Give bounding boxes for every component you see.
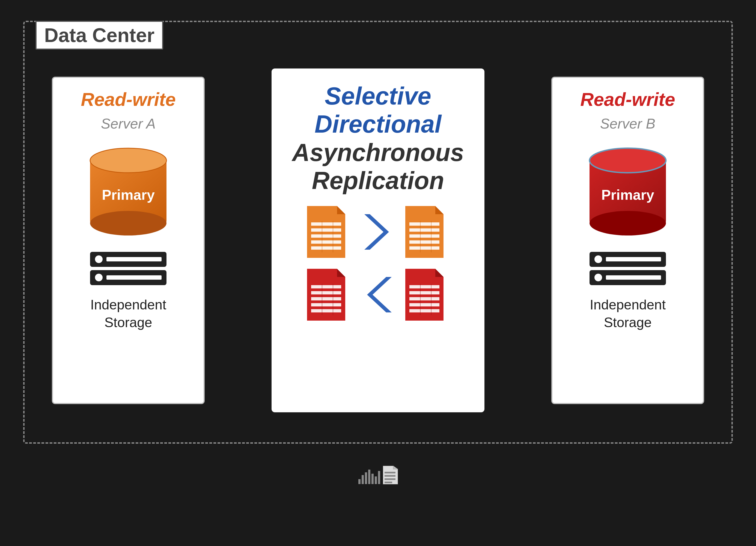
svg-rect-29 <box>311 309 341 312</box>
svg-rect-18 <box>409 234 439 238</box>
svg-rect-8 <box>311 234 341 238</box>
svg-rect-49 <box>368 470 370 484</box>
svg-point-2 <box>90 211 166 235</box>
svg-rect-19 <box>409 240 439 244</box>
svg-rect-52 <box>378 471 380 484</box>
right-readwrite-label: Read-write <box>580 89 675 110</box>
right-chevron-svg <box>362 211 394 252</box>
svg-rect-55 <box>385 472 395 473</box>
content-row: Read-write Server A Primary <box>25 22 731 442</box>
svg-marker-32 <box>367 277 392 312</box>
docs-area <box>282 206 474 321</box>
right-storage-dot-1 <box>594 255 602 263</box>
right-storage-label: IndependentStorage <box>590 296 666 332</box>
right-storage-bar-2 <box>606 275 661 280</box>
right-db-svg: Primary <box>584 145 671 238</box>
svg-text:Primary: Primary <box>102 187 155 202</box>
svg-text:Primary: Primary <box>601 187 654 202</box>
svg-rect-17 <box>409 228 439 232</box>
left-storage-label: IndependentStorage <box>90 296 166 332</box>
svg-rect-38 <box>409 303 439 306</box>
red-doc-left <box>307 269 351 321</box>
svg-rect-27 <box>311 297 341 300</box>
data-center-label: Data Center <box>35 21 163 50</box>
left-server-name: Server A <box>101 115 156 132</box>
left-server-panel: Read-write Server A Primary <box>52 77 205 404</box>
svg-point-43 <box>590 148 666 173</box>
data-center-box: Data Center Read-write Server A <box>23 21 733 444</box>
svg-rect-46 <box>358 479 361 484</box>
svg-rect-28 <box>311 303 341 306</box>
left-chevron-container <box>362 274 394 315</box>
left-chevron-svg <box>362 274 394 315</box>
svg-rect-7 <box>311 228 341 232</box>
svg-rect-20 <box>409 246 439 250</box>
svg-marker-5 <box>337 206 345 214</box>
svg-rect-58 <box>385 482 392 483</box>
svg-rect-39 <box>409 309 439 312</box>
svg-marker-34 <box>435 269 444 277</box>
title-asynchronous: Asynchronous <box>292 139 464 166</box>
left-db-svg: Primary <box>85 145 172 238</box>
orange-doc-left <box>307 206 351 258</box>
svg-point-44 <box>590 211 666 235</box>
left-db-cylinder: Primary <box>85 145 172 238</box>
svg-rect-36 <box>409 291 439 294</box>
right-storage-icon <box>590 252 666 285</box>
right-db-cylinder: Primary <box>584 145 671 238</box>
title-directional: Directional <box>314 111 441 138</box>
svg-marker-24 <box>337 269 345 277</box>
right-chevron-container <box>362 211 394 252</box>
red-doc-row <box>282 269 474 321</box>
svg-rect-10 <box>311 246 341 250</box>
right-storage-unit-2 <box>590 270 666 285</box>
svg-rect-56 <box>385 475 395 477</box>
svg-rect-35 <box>409 285 439 288</box>
right-storage-unit-1 <box>590 252 666 267</box>
svg-rect-47 <box>362 475 364 484</box>
left-storage-dot-1 <box>95 255 103 263</box>
svg-point-1 <box>90 148 166 173</box>
svg-rect-48 <box>365 472 367 484</box>
left-storage-unit-2 <box>90 270 166 285</box>
svg-rect-37 <box>409 297 439 300</box>
replication-title: Selective Directional Asynchronous Repli… <box>292 82 464 195</box>
svg-marker-15 <box>435 206 444 214</box>
svg-rect-51 <box>375 476 377 484</box>
svg-rect-50 <box>371 474 374 484</box>
svg-marker-54 <box>393 466 398 469</box>
orange-doc-right <box>405 206 449 258</box>
main-container: Data Center Read-write Server A <box>23 21 733 526</box>
svg-rect-26 <box>311 291 341 294</box>
svg-rect-6 <box>311 222 341 226</box>
svg-marker-13 <box>364 214 389 250</box>
bottom-doc-icon <box>383 466 398 484</box>
svg-rect-16 <box>409 222 439 226</box>
right-server-panel: Read-write Server B Primary <box>551 77 704 404</box>
left-storage-bar-2 <box>106 275 162 280</box>
bottom-icons <box>358 466 398 485</box>
middle-panel: Selective Directional Asynchronous Repli… <box>272 68 484 412</box>
bottom-area <box>23 444 733 498</box>
left-storage-bar-1 <box>106 257 162 261</box>
red-doc-right <box>405 269 449 321</box>
right-server-name: Server B <box>600 115 655 132</box>
left-storage-unit-1 <box>90 252 166 267</box>
title-replication: Replication <box>312 167 444 194</box>
left-storage-dot-2 <box>95 274 103 281</box>
left-storage-icon <box>90 252 166 285</box>
right-storage-bar-1 <box>606 257 661 261</box>
bottom-bar-chart-icon <box>358 466 380 485</box>
svg-rect-9 <box>311 240 341 244</box>
right-storage-dot-2 <box>594 274 602 281</box>
left-readwrite-label: Read-write <box>81 89 176 110</box>
svg-rect-57 <box>385 478 395 480</box>
svg-rect-25 <box>311 285 341 288</box>
title-selective: Selective <box>325 82 431 110</box>
orange-doc-row <box>282 206 474 258</box>
